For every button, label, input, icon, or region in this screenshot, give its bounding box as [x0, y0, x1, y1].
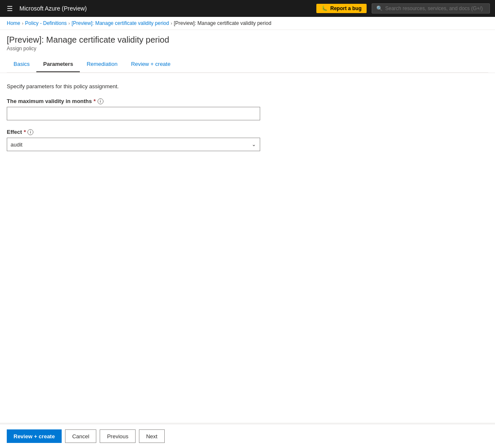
max-validity-label: The maximum validity in months * i — [7, 98, 488, 104]
breadcrumb-current: [Preview]: Manage certificate validity p… — [174, 20, 272, 26]
effect-required-star: * — [24, 129, 26, 135]
content-area: Specify parameters for this policy assig… — [0, 73, 495, 423]
page-subtitle: Assign policy — [7, 46, 488, 52]
app-title: Microsoft Azure (Preview) — [19, 5, 311, 12]
breadcrumb-policy-definitions-link[interactable]: Policy - Definitions — [25, 20, 67, 26]
breadcrumb-home-link[interactable]: Home — [7, 20, 20, 26]
report-bug-button[interactable]: 🐛 Report a bug — [316, 4, 367, 13]
next-button[interactable]: Next — [139, 429, 165, 443]
hamburger-menu-icon[interactable]: ☰ — [5, 3, 14, 14]
breadcrumb-sep-2: › — [68, 21, 70, 26]
effect-select[interactable]: audit deny disabled — [7, 138, 260, 151]
max-validity-form-group: The maximum validity in months * i — [7, 98, 488, 120]
page-title: [Preview]: Manage certificate validity p… — [7, 35, 488, 45]
effect-label: Effect * i — [7, 129, 488, 135]
max-validity-required-star: * — [94, 98, 96, 104]
tab-parameters[interactable]: Parameters — [36, 57, 80, 72]
bottom-bar: Review + create Cancel Previous Next — [0, 424, 495, 448]
tab-basics[interactable]: Basics — [7, 57, 36, 72]
breadcrumb-sep-3: › — [171, 21, 172, 26]
effect-info-icon[interactable]: i — [27, 129, 33, 135]
previous-button[interactable]: Previous — [100, 429, 136, 443]
tab-review-create[interactable]: Review + create — [124, 57, 177, 72]
breadcrumb-manage-cert-link[interactable]: [Preview]: Manage certificate validity p… — [71, 20, 169, 26]
bug-icon: 🐛 — [321, 5, 328, 11]
cancel-button[interactable]: Cancel — [65, 429, 96, 443]
search-bar: 🔍 — [372, 3, 490, 14]
max-validity-info-icon[interactable]: i — [98, 98, 103, 104]
breadcrumb: Home › Policy - Definitions › [Preview]:… — [0, 17, 495, 30]
breadcrumb-sep-1: › — [22, 21, 23, 26]
page-header: [Preview]: Manage certificate validity p… — [0, 30, 495, 73]
effect-select-wrapper: audit deny disabled ⌄ — [7, 138, 260, 151]
search-input[interactable] — [385, 5, 485, 11]
search-icon: 🔍 — [376, 5, 383, 11]
tab-remediation[interactable]: Remediation — [80, 57, 124, 72]
page-wrapper: Home › Policy - Definitions › [Preview]:… — [0, 17, 495, 448]
review-create-button[interactable]: Review + create — [7, 429, 62, 443]
max-validity-input[interactable] — [7, 107, 260, 120]
tabs-bar: Basics Parameters Remediation Review + c… — [7, 57, 488, 73]
section-description: Specify parameters for this policy assig… — [7, 83, 488, 90]
effect-form-group: Effect * i audit deny disabled ⌄ — [7, 129, 488, 151]
top-nav-bar: ☰ Microsoft Azure (Preview) 🐛 Report a b… — [0, 0, 495, 17]
